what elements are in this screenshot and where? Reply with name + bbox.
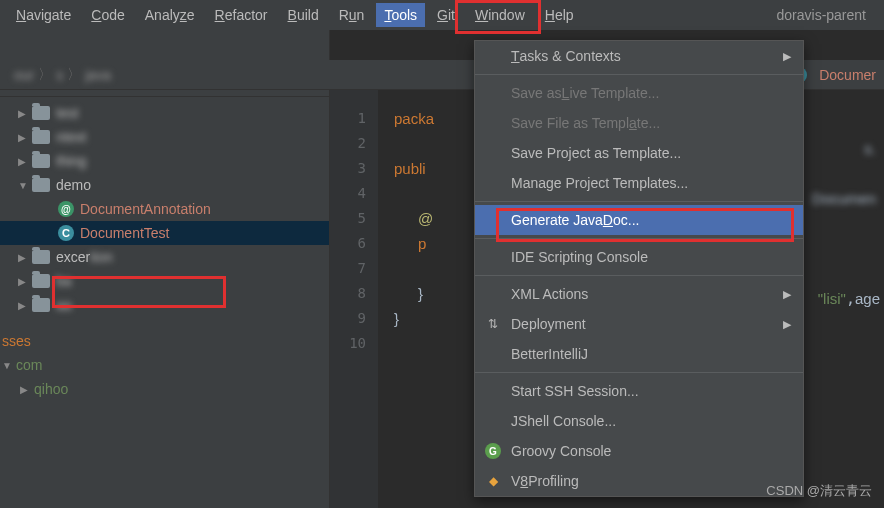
menu-run[interactable]: Run <box>331 3 373 27</box>
menu-groovy-console[interactable]: GGroovy Console <box>475 436 803 466</box>
tree-item[interactable]: ▶excertion <box>0 245 329 269</box>
menu-help[interactable]: Help <box>537 3 582 27</box>
breadcrumb-class[interactable]: Documer <box>819 67 876 83</box>
folder-icon <box>32 274 50 288</box>
project-name-label: doravis-parent <box>777 7 877 23</box>
folder-icon <box>32 178 50 192</box>
tree-item[interactable]: ▶aa <box>0 293 329 317</box>
menu-jshell[interactable]: JShell Console... <box>475 406 803 436</box>
chevron-right-icon: ▶ <box>783 318 791 331</box>
menu-xml-actions[interactable]: XML Actions▶ <box>475 279 803 309</box>
menu-tools[interactable]: Tools <box>376 3 425 27</box>
menu-separator <box>475 238 803 239</box>
project-panel: ⊕ ⇵ ⇲ | ⚙ — ▶test ▶ntext ▶thing ▼demo @D… <box>0 30 330 508</box>
tree-item[interactable]: ▶qihoo <box>0 377 329 401</box>
menu-git[interactable]: Git <box>429 3 463 27</box>
tree-item-demo[interactable]: ▼demo <box>0 173 329 197</box>
menu-window[interactable]: Window <box>467 3 533 27</box>
menu-better-intellij[interactable]: BetterIntelliJ <box>475 339 803 369</box>
menu-code[interactable]: Code <box>83 3 132 27</box>
chevron-right-icon: ▶ <box>783 288 791 301</box>
menu-tasks-contexts[interactable]: Tasks & Contexts▶ <box>475 41 803 71</box>
tree-item-document-annotation[interactable]: @DocumentAnnotation <box>0 197 329 221</box>
groovy-icon: G <box>485 443 501 459</box>
menu-refactor[interactable]: Refactor <box>207 3 276 27</box>
breadcrumb-item[interactable]: our <box>10 67 38 83</box>
v8-icon: ◆ <box>485 473 501 489</box>
tree-item[interactable]: ▼com <box>0 353 329 377</box>
chevron-right-icon: ▶ <box>783 50 791 63</box>
tree-item[interactable]: ▶test <box>0 101 329 125</box>
menu-separator <box>475 372 803 373</box>
menu-separator <box>475 201 803 202</box>
menu-manage-templates[interactable]: Manage Project Templates... <box>475 168 803 198</box>
menu-generate-javadoc[interactable]: Generate JavaDoc... <box>475 205 803 235</box>
menu-save-file-template[interactable]: Save File as Template... <box>475 108 803 138</box>
tree-item[interactable]: sses <box>0 329 329 353</box>
menu-ssh-session[interactable]: Start SSH Session... <box>475 376 803 406</box>
menu-separator <box>475 275 803 276</box>
project-tree: ▶test ▶ntext ▶thing ▼demo @DocumentAnnot… <box>0 97 329 405</box>
folder-icon <box>32 154 50 168</box>
tree-item[interactable]: ▶ba <box>0 269 329 293</box>
folder-icon <box>32 298 50 312</box>
deployment-icon: ⇅ <box>485 316 501 332</box>
tree-item-document-test[interactable]: CDocumentTest <box>0 221 329 245</box>
menu-ide-scripting[interactable]: IDE Scripting Console <box>475 242 803 272</box>
tree-item[interactable]: ▶thing <box>0 149 329 173</box>
menu-save-project-template[interactable]: Save Project as Template... <box>475 138 803 168</box>
folder-icon <box>32 106 50 120</box>
menu-navigate[interactable]: NNavigateavigate <box>8 3 79 27</box>
menubar: NNavigateavigate Code Analyze Refactor B… <box>0 0 884 30</box>
tree-item[interactable]: ▶ntext <box>0 125 329 149</box>
breadcrumb-item[interactable]: s <box>52 67 67 83</box>
class-icon: C <box>58 225 74 241</box>
menu-save-live-template[interactable]: Save as Live Template... <box>475 78 803 108</box>
menu-deployment[interactable]: ⇅Deployment▶ <box>475 309 803 339</box>
folder-icon <box>32 250 50 264</box>
folder-icon <box>32 130 50 144</box>
annotation-icon: @ <box>58 201 74 217</box>
tools-menu: Tasks & Contexts▶ Save as Live Template.… <box>474 40 804 497</box>
menu-build[interactable]: Build <box>280 3 327 27</box>
menu-separator <box>475 74 803 75</box>
menu-v8-profiling[interactable]: ◆V8 Profiling <box>475 466 803 496</box>
menu-analyze[interactable]: Analyze <box>137 3 203 27</box>
gutter: 1 2 3 4 5 6 7 8 9 10 <box>330 66 378 508</box>
breadcrumb-item[interactable]: java <box>81 67 115 83</box>
watermark: CSDN @清云青云 <box>766 482 872 500</box>
